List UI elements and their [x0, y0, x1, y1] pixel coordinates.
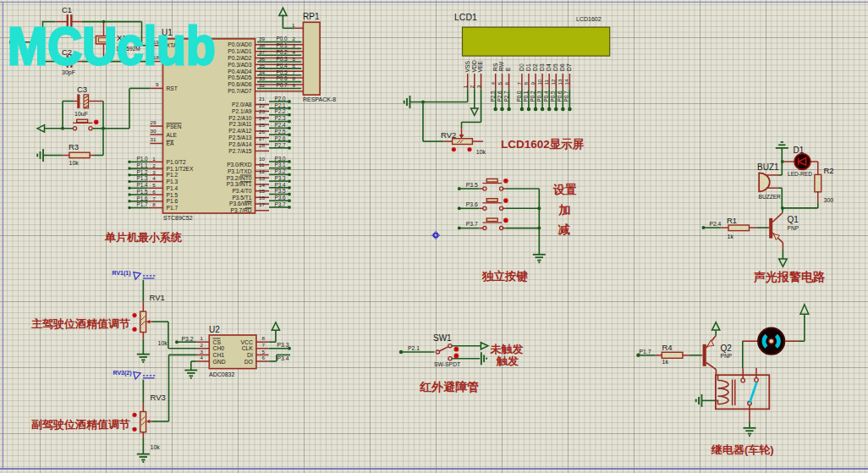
- svg-text:P2.2/A10: P2.2/A10: [228, 115, 251, 121]
- svg-text:P0.3: P0.3: [536, 91, 542, 102]
- svg-text:P0.0: P0.0: [277, 36, 288, 41]
- svg-text:RW: RW: [498, 61, 504, 71]
- svg-text:10k: 10k: [476, 149, 486, 155]
- svg-text:D0: D0: [519, 63, 525, 71]
- svg-text:4: 4: [490, 82, 496, 85]
- svg-text:P1.5: P1.5: [137, 189, 149, 195]
- svg-text:15: 15: [259, 188, 265, 194]
- svg-text:P2.7: P2.7: [275, 142, 287, 148]
- svg-text:7: 7: [262, 342, 266, 348]
- svg-text:RST: RST: [167, 85, 178, 91]
- svg-text:P3.4/T0: P3.4/T0: [232, 188, 251, 194]
- svg-text:P1.0/T2: P1.0/T2: [167, 159, 186, 165]
- svg-text:BUZ1: BUZ1: [757, 162, 779, 172]
- svg-text:12: 12: [550, 79, 556, 85]
- svg-text:P3.3: P3.3: [275, 175, 287, 181]
- svg-text:VCC: VCC: [241, 339, 253, 345]
- svg-text:P3.1: P3.1: [275, 162, 287, 168]
- svg-text:5: 5: [293, 56, 296, 62]
- svg-text:P0.6: P0.6: [277, 75, 288, 81]
- svg-text:D1: D1: [525, 63, 531, 71]
- svg-text:P1.2: P1.2: [137, 169, 149, 175]
- svg-text:7: 7: [152, 195, 156, 201]
- svg-text:P1.4: P1.4: [137, 182, 149, 188]
- svg-text:EA: EA: [167, 140, 174, 146]
- svg-text:1k: 1k: [728, 234, 734, 239]
- svg-text:RV3(2): RV3(2): [113, 370, 132, 377]
- svg-text:RV1(1): RV1(1): [113, 270, 131, 277]
- svg-text:P0.6/AD6: P0.6/AD6: [228, 81, 252, 87]
- svg-text:DO: DO: [244, 359, 253, 365]
- svg-text:P2.3: P2.3: [275, 115, 287, 121]
- svg-text:P0.1: P0.1: [277, 42, 288, 48]
- svg-text:P3.4: P3.4: [277, 355, 289, 361]
- svg-text:6: 6: [152, 189, 156, 195]
- svg-text:P1.6: P1.6: [167, 198, 179, 204]
- svg-text:红外避障管: 红外避障管: [419, 380, 479, 393]
- svg-text:RV3: RV3: [151, 393, 166, 402]
- svg-text:P0.5/AD5: P0.5/AD5: [228, 74, 252, 80]
- svg-text:DI: DI: [247, 352, 253, 358]
- svg-text:4: 4: [293, 49, 296, 55]
- svg-text:P2.1: P2.1: [275, 102, 287, 108]
- svg-text:独立按键: 独立按键: [481, 269, 529, 283]
- svg-text:P3.2: P3.2: [182, 336, 194, 342]
- svg-text:U2: U2: [209, 325, 220, 334]
- svg-text:36: 36: [259, 56, 265, 62]
- svg-text:SW-SPDT: SW-SPDT: [434, 361, 460, 367]
- svg-text:SW1: SW1: [433, 333, 452, 343]
- svg-text:P2.1/A9: P2.1/A9: [232, 108, 252, 114]
- svg-text:P1.3: P1.3: [137, 175, 149, 181]
- svg-text:8: 8: [262, 335, 266, 341]
- svg-text:P0.1/AD1: P0.1/AD1: [228, 48, 252, 54]
- svg-text:P2.4/A12: P2.4/A12: [228, 128, 251, 134]
- svg-text:D4: D4: [546, 63, 552, 71]
- svg-text:P3.6: P3.6: [466, 201, 478, 207]
- svg-text:PNP: PNP: [721, 353, 733, 359]
- svg-text:P0.7/AD7: P0.7/AD7: [228, 88, 252, 94]
- svg-text:10: 10: [259, 156, 265, 162]
- svg-text:24: 24: [259, 115, 265, 121]
- svg-text:9: 9: [293, 82, 296, 88]
- svg-text:P0.2: P0.2: [530, 91, 536, 102]
- svg-text:P3.5/T1: P3.5/T1: [232, 195, 251, 201]
- svg-text:D3: D3: [539, 63, 545, 71]
- svg-text:C3: C3: [77, 85, 87, 94]
- svg-text:P0.4/AD4: P0.4/AD4: [228, 69, 252, 74]
- svg-text:STC89C52: STC89C52: [163, 215, 193, 221]
- svg-text:P2.0/A8: P2.0/A8: [232, 102, 252, 107]
- svg-text:P0.5: P0.5: [277, 69, 288, 75]
- svg-text:30: 30: [151, 128, 157, 134]
- svg-text:单片机最小系统: 单片机最小系统: [104, 231, 182, 244]
- svg-text:3: 3: [293, 42, 296, 48]
- svg-text:2: 2: [201, 342, 204, 348]
- svg-text:22: 22: [259, 102, 265, 108]
- svg-text:P3.7: P3.7: [466, 221, 478, 227]
- svg-text:P3.1/TXD: P3.1/TXD: [228, 168, 252, 174]
- svg-text:P1.1: P1.1: [137, 162, 149, 168]
- svg-text:P0.5: P0.5: [550, 91, 556, 102]
- svg-text:P1.7: P1.7: [137, 201, 149, 207]
- svg-text:31: 31: [151, 136, 157, 142]
- svg-text:P3.2/INT0: P3.2/INT0: [227, 175, 252, 181]
- svg-text:P3.6: P3.6: [275, 195, 287, 201]
- svg-text:1: 1: [292, 22, 295, 28]
- svg-text:P3.0/RXD: P3.0/RXD: [227, 162, 252, 168]
- svg-text:26: 26: [259, 129, 265, 135]
- svg-text:减: 减: [558, 223, 571, 236]
- svg-text:P2.5/A13: P2.5/A13: [228, 135, 251, 140]
- svg-text:5: 5: [152, 182, 156, 188]
- svg-text:28: 28: [259, 142, 265, 148]
- svg-text:10k: 10k: [69, 160, 80, 166]
- svg-text:37: 37: [259, 49, 265, 55]
- svg-text:14: 14: [563, 79, 569, 85]
- svg-text:21: 21: [259, 96, 265, 102]
- svg-text:17: 17: [259, 201, 265, 207]
- svg-text:P0.1: P0.1: [523, 91, 529, 102]
- svg-text:CLK: CLK: [242, 345, 254, 351]
- svg-text:34: 34: [259, 69, 265, 75]
- svg-text:39: 39: [259, 36, 265, 41]
- svg-text:14: 14: [259, 182, 265, 188]
- svg-text:P3.3: P3.3: [277, 342, 289, 348]
- svg-text:LED-RED: LED-RED: [788, 171, 812, 177]
